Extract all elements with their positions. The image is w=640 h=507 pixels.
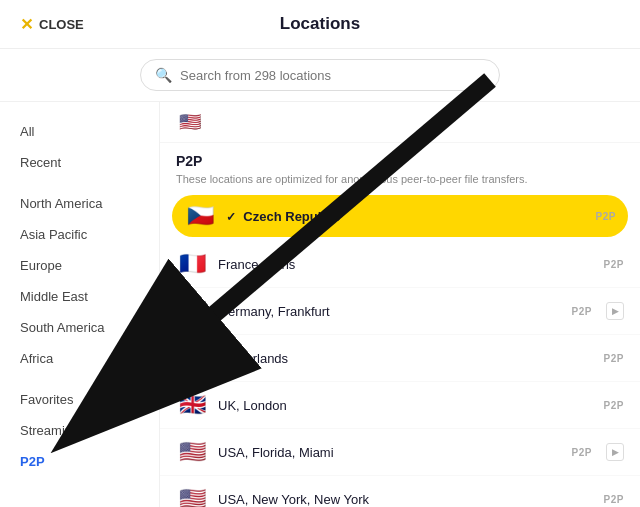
sidebar-item-north-america[interactable]: North America [0,188,159,219]
search-input-wrapper[interactable]: 🔍 [140,59,500,91]
location-flag: 🇬🇧 [176,392,208,418]
p2p-badge: P2P [604,353,624,364]
location-item[interactable]: 🇩🇪Germany, FrankfurtP2P▶ [160,288,640,335]
location-flag: 🇳🇱 [176,345,208,371]
main-layout: All Recent North America Asia Pacific Eu… [0,102,640,507]
location-name: USA, Florida, Miami [218,445,562,460]
location-flag: 🇨🇿 [184,203,216,229]
p2p-badge: P2P [604,494,624,505]
sidebar-item-streaming[interactable]: Streaming [0,415,159,446]
close-x-icon: ✕ [20,15,33,34]
close-label: CLOSE [39,17,84,32]
p2p-badge: P2P [572,447,592,458]
page-title: Locations [280,14,360,34]
location-item[interactable]: 🇬🇧UK, LondonP2P [160,382,640,429]
location-flag: 🇩🇪 [176,298,208,324]
sidebar-item-europe[interactable]: Europe [0,250,159,281]
location-name: UK, London [218,398,594,413]
p2p-badge: P2P [596,211,616,222]
partial-top-item[interactable]: 🇺🇸 [160,102,640,143]
sidebar-item-recent[interactable]: Recent [0,147,159,178]
check-icon: ✓ [226,210,239,224]
location-name: Netherlands [218,351,594,366]
search-icon: 🔍 [155,67,172,83]
location-list: 🇨🇿✓ Czech RepublicP2P🇫🇷France, ParisP2P🇩… [160,195,640,507]
close-button[interactable]: ✕ CLOSE [20,15,84,34]
sidebar-item-asia-pacific[interactable]: Asia Pacific [0,219,159,250]
play-icon: ▶ [606,302,624,320]
location-flag: 🇺🇸 [176,486,208,507]
play-icon: ▶ [606,443,624,461]
partial-flag: 🇺🇸 [176,112,204,132]
sidebar-item-africa[interactable]: Africa [0,343,159,374]
location-item[interactable]: 🇨🇿✓ Czech RepublicP2P [172,195,628,237]
location-name: USA, New York, New York [218,492,594,507]
p2p-badge: P2P [572,306,592,317]
location-flag: 🇫🇷 [176,251,208,277]
search-input[interactable] [180,68,485,83]
sidebar-item-south-america[interactable]: South America [0,312,159,343]
section-title: P2P [176,153,624,169]
location-item[interactable]: 🇫🇷France, ParisP2P [160,241,640,288]
p2p-badge: P2P [604,400,624,411]
p2p-badge: P2P [604,259,624,270]
sidebar-item-p2p[interactable]: P2P [0,446,159,477]
search-bar: 🔍 [0,49,640,102]
sidebar-item-favorites[interactable]: Favorites [0,384,159,415]
sidebar-item-middle-east[interactable]: Middle East [0,281,159,312]
location-item[interactable]: 🇺🇸USA, New York, New YorkP2P [160,476,640,507]
location-name: ✓ Czech Republic [226,209,586,224]
section-description: These locations are optimized for anonym… [176,172,624,187]
location-item[interactable]: 🇺🇸USA, Florida, MiamiP2P▶ [160,429,640,476]
sidebar: All Recent North America Asia Pacific Eu… [0,102,160,507]
content-panel: 🇺🇸 P2P These locations are optimized for… [160,102,640,507]
header: ✕ CLOSE Locations [0,0,640,49]
location-flag: 🇺🇸 [176,439,208,465]
location-item[interactable]: 🇳🇱NetherlandsP2P [160,335,640,382]
location-name: Germany, Frankfurt [218,304,562,319]
sidebar-item-all[interactable]: All [0,116,159,147]
location-name: France, Paris [218,257,594,272]
section-header: P2P These locations are optimized for an… [160,143,640,191]
